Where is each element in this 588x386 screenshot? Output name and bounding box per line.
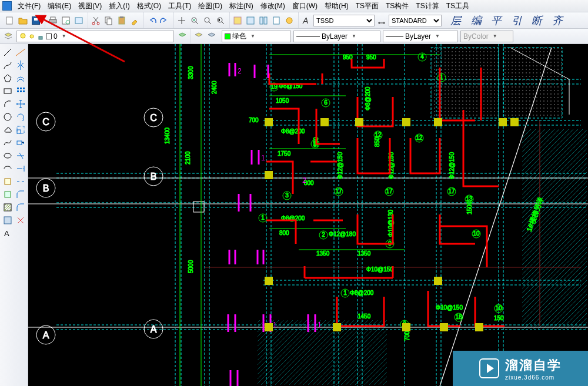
print-button[interactable] bbox=[47, 15, 59, 26]
layer-prev-button[interactable] bbox=[176, 31, 188, 42]
ellipse-arc-tool[interactable] bbox=[2, 163, 14, 174]
copy-button[interactable] bbox=[103, 15, 115, 26]
erase-tool[interactable] bbox=[15, 227, 26, 239]
svg-rect-16 bbox=[247, 17, 254, 24]
xline-tool[interactable] bbox=[15, 46, 26, 58]
fillet-tool[interactable] bbox=[15, 202, 26, 213]
design-center-button[interactable] bbox=[245, 15, 256, 26]
svg-rect-5 bbox=[75, 18, 82, 24]
color-swatch bbox=[225, 33, 230, 39]
svg-rect-184 bbox=[265, 277, 273, 285]
menu-tstool[interactable]: TS工具 bbox=[443, 0, 473, 12]
undo-button[interactable] bbox=[146, 15, 158, 26]
zoom-realtime-button[interactable] bbox=[189, 15, 201, 26]
svg-rect-30 bbox=[4, 89, 11, 93]
region-tool[interactable] bbox=[2, 214, 14, 226]
mtext-tool[interactable]: A bbox=[2, 227, 14, 239]
polygon-tool[interactable] bbox=[2, 72, 14, 84]
svg-point-41 bbox=[4, 153, 11, 158]
extend-tool[interactable] bbox=[15, 163, 26, 174]
publish-button[interactable] bbox=[73, 15, 85, 26]
app-icon bbox=[2, 1, 12, 11]
open-button[interactable] bbox=[17, 15, 29, 26]
plotstyle-dropdown: ByColor ▼ bbox=[460, 31, 513, 42]
pan-button[interactable] bbox=[176, 15, 188, 26]
revcloud-tool[interactable] bbox=[2, 124, 14, 136]
sheet-set-button[interactable] bbox=[270, 15, 282, 26]
tool-palette-button[interactable] bbox=[258, 15, 269, 26]
move-tool[interactable] bbox=[15, 98, 26, 110]
pline-tool[interactable] bbox=[2, 59, 14, 71]
break-tool[interactable] bbox=[15, 176, 26, 187]
scale-tool[interactable] bbox=[15, 124, 26, 136]
layer-iso-button[interactable] bbox=[206, 31, 218, 42]
redo-button[interactable] bbox=[159, 15, 171, 26]
dim-style-icon bbox=[376, 15, 387, 26]
menu-tsplan[interactable]: TS平面 bbox=[352, 0, 382, 12]
svg-text:950: 950 bbox=[366, 54, 376, 61]
zoom-window-button[interactable] bbox=[202, 15, 213, 26]
svg-rect-17 bbox=[260, 17, 263, 24]
svg-rect-180 bbox=[402, 118, 410, 126]
make-current-button[interactable] bbox=[193, 31, 205, 42]
make-block-tool[interactable] bbox=[2, 189, 14, 200]
svg-line-28 bbox=[16, 49, 25, 56]
menu-format[interactable]: 格式(O) bbox=[133, 0, 165, 12]
svg-text:2400: 2400 bbox=[211, 80, 218, 94]
svg-text:850: 850 bbox=[374, 137, 380, 147]
menu-dim[interactable]: 标注(N) bbox=[226, 0, 257, 12]
chevron-down-icon: ▼ bbox=[493, 33, 497, 39]
drawing-canvas[interactable]: C C B B A A 3300 2400 13400 2100 5000 70… bbox=[28, 44, 588, 386]
menu-help[interactable]: 帮助(H) bbox=[321, 0, 352, 12]
cut-button[interactable] bbox=[90, 15, 102, 26]
layer-name: 0 bbox=[54, 32, 58, 41]
menu-tools[interactable]: 工具(T) bbox=[165, 0, 195, 12]
svg-point-20 bbox=[286, 18, 292, 24]
layer-manager-button[interactable] bbox=[2, 31, 14, 42]
spline-tool[interactable] bbox=[2, 137, 14, 149]
arc-tool[interactable] bbox=[2, 98, 14, 110]
paste-button[interactable] bbox=[116, 15, 128, 26]
linetype-dropdown[interactable]: ByLayer ▼ bbox=[293, 31, 380, 42]
dim-style-select[interactable]: STANDARD bbox=[389, 15, 442, 26]
properties-button[interactable] bbox=[232, 15, 243, 26]
menu-view[interactable]: 视图(V) bbox=[75, 0, 105, 12]
chamfer-tool[interactable] bbox=[15, 189, 26, 200]
menu-tsmember[interactable]: TS构件 bbox=[382, 0, 412, 12]
rotate-tool[interactable] bbox=[15, 111, 26, 123]
rect-tool[interactable] bbox=[2, 85, 14, 97]
array-tool[interactable] bbox=[15, 85, 26, 97]
menu-draw[interactable]: 绘图(D) bbox=[195, 0, 226, 12]
save-button[interactable] bbox=[30, 15, 42, 26]
lineweight-dropdown[interactable]: ByLayer ▼ bbox=[383, 31, 458, 42]
circle-tool[interactable] bbox=[2, 111, 14, 123]
trim-tool[interactable] bbox=[15, 150, 26, 162]
new-button[interactable] bbox=[4, 15, 16, 26]
offset-tool[interactable] bbox=[15, 72, 26, 84]
layer-dropdown[interactable]: 0 ▼ bbox=[16, 31, 174, 42]
plot-preview-button[interactable] bbox=[60, 15, 72, 26]
line-tool[interactable] bbox=[2, 46, 14, 58]
text-style-select[interactable]: TSSD bbox=[313, 15, 375, 26]
menu-tscalc[interactable]: TS计算 bbox=[412, 0, 442, 12]
menu-insert[interactable]: 插入(I) bbox=[105, 0, 133, 12]
svg-line-27 bbox=[4, 49, 11, 56]
svg-text:Φ10@150: Φ10@150 bbox=[436, 304, 463, 311]
stretch-tool[interactable] bbox=[15, 137, 26, 149]
ellipse-tool[interactable] bbox=[2, 150, 14, 162]
svg-rect-24 bbox=[39, 36, 42, 39]
svg-rect-42 bbox=[5, 179, 11, 184]
menu-window[interactable]: 窗口(W) bbox=[289, 0, 321, 12]
menu-file[interactable]: 文件(F) bbox=[14, 0, 44, 12]
zoom-prev-button[interactable] bbox=[215, 15, 226, 26]
menu-modify[interactable]: 修改(M) bbox=[257, 0, 289, 12]
explode-tool[interactable] bbox=[15, 214, 26, 226]
mirror-tool[interactable] bbox=[15, 59, 26, 71]
menu-edit[interactable]: 编辑(E) bbox=[44, 0, 75, 12]
color-dropdown[interactable]: 绿色 ▼ bbox=[222, 31, 291, 42]
svg-text:2: 2 bbox=[322, 231, 325, 238]
insert-block-tool[interactable] bbox=[2, 176, 14, 187]
hatch-tool[interactable] bbox=[2, 202, 14, 213]
markup-button[interactable] bbox=[283, 15, 295, 26]
match-prop-button[interactable] bbox=[129, 15, 141, 26]
